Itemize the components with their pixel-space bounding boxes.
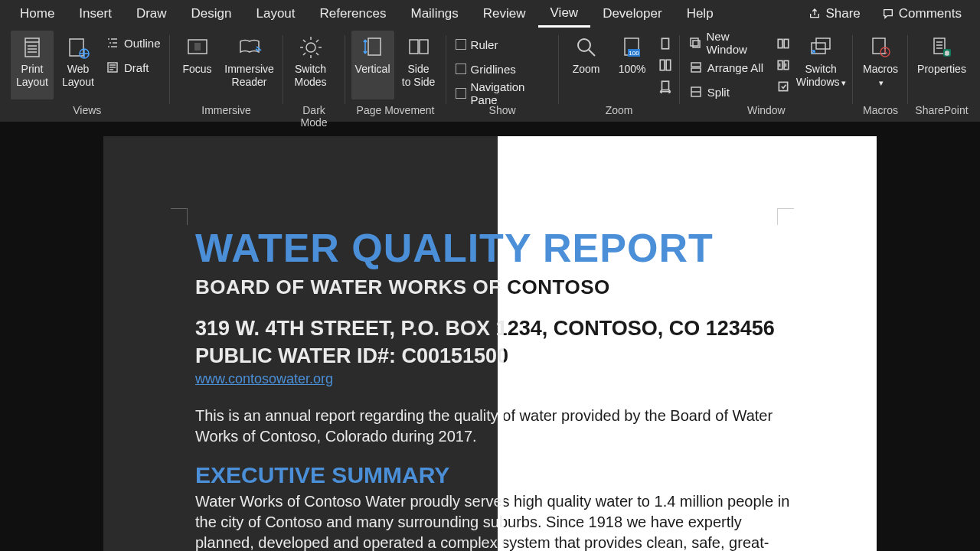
immersive-reader-button[interactable]: Immersive Reader (222, 31, 277, 99)
tab-design[interactable]: Design (179, 0, 244, 28)
new-window-icon (689, 36, 702, 50)
group-darkmode: Switch Modes Dark Mode (283, 31, 345, 121)
svg-rect-34 (816, 38, 830, 49)
margin-marker (777, 208, 794, 225)
gridlines-checkbox[interactable]: Gridlines (452, 58, 553, 80)
margin-marker (171, 208, 188, 225)
properties-icon: S (928, 34, 956, 61)
focus-icon (184, 34, 211, 61)
svg-rect-29 (784, 39, 789, 47)
group-label-window: Window (686, 104, 847, 121)
svg-rect-11 (368, 38, 381, 55)
split-button[interactable]: Split (686, 81, 773, 103)
share-icon (808, 8, 821, 20)
group-pagemovement: Vertical Side to Side Page Movement (345, 31, 446, 121)
new-window-button[interactable]: New Window (686, 32, 773, 54)
tab-mailings[interactable]: Mailings (398, 0, 470, 28)
svg-rect-25 (691, 68, 701, 72)
tab-insert[interactable]: Insert (67, 0, 124, 28)
svg-rect-22 (691, 38, 698, 46)
group-label-immersive: Immersive (176, 104, 277, 121)
vertical-button[interactable]: Vertical (351, 31, 394, 99)
ribbon: Print Layout Web Layout Outline Draft Vi… (0, 28, 980, 122)
tab-layout[interactable]: Layout (243, 0, 307, 28)
zoom-100-icon: 100 (619, 34, 646, 61)
group-views: Print Layout Web Layout Outline Draft Vi… (5, 31, 170, 121)
comments-button[interactable]: Comments (871, 0, 972, 28)
reset-window-button[interactable] (775, 78, 792, 95)
multi-page-button[interactable] (657, 57, 674, 73)
group-label-darkmode: Dark Mode (289, 104, 339, 121)
svg-rect-13 (420, 40, 428, 54)
svg-rect-12 (410, 40, 418, 54)
tab-review[interactable]: Review (471, 0, 538, 28)
vertical-page-icon (359, 34, 387, 61)
group-label-pagemovement: Page Movement (351, 104, 440, 121)
svg-rect-35 (873, 38, 885, 54)
view-side-by-side-button[interactable] (775, 35, 792, 52)
svg-rect-24 (691, 63, 701, 67)
svg-point-10 (306, 43, 315, 52)
macros-icon (867, 34, 894, 61)
group-label-zoom: Zoom (565, 104, 674, 121)
draft-button[interactable]: Draft (103, 57, 164, 78)
checkbox-icon (456, 39, 466, 50)
document-canvas[interactable]: WATER QUALITY REPORT BOARD OF WATER WORK… (0, 122, 980, 551)
one-page-button[interactable] (657, 35, 674, 52)
svg-rect-32 (779, 82, 788, 90)
magnifier-icon (573, 34, 600, 61)
svg-rect-28 (778, 39, 782, 47)
svg-text:100: 100 (629, 50, 639, 57)
ribbon-tabs: Home Insert Draw Design Layout Reference… (0, 0, 980, 28)
tab-developer[interactable]: Developer (590, 0, 675, 28)
focus-button[interactable]: Focus (176, 31, 219, 99)
tab-draw[interactable]: Draw (124, 0, 179, 28)
zoom-100-button[interactable]: 100 100% (611, 31, 654, 99)
group-zoom: Zoom 100 100% Zoom (559, 31, 680, 121)
share-button[interactable]: Share (798, 0, 871, 28)
tab-home[interactable]: Home (8, 0, 67, 28)
chevron-down-icon: ▾ (841, 78, 846, 87)
svg-rect-21 (662, 81, 668, 90)
svg-rect-20 (666, 60, 671, 70)
tab-references[interactable]: References (308, 0, 399, 28)
outline-button[interactable]: Outline (103, 32, 164, 54)
outline-icon (106, 36, 119, 50)
page-width-button[interactable] (657, 78, 674, 95)
switch-windows-icon (807, 34, 835, 61)
group-immersive: Focus Immersive Reader Immersive (170, 31, 283, 121)
group-window: New Window Arrange All Split (680, 31, 853, 121)
web-layout-button[interactable]: Web Layout (57, 31, 100, 99)
svg-rect-9 (194, 43, 201, 51)
group-label-show: Show (452, 104, 553, 121)
switch-windows-button[interactable]: Switch Windows▾ (795, 31, 847, 99)
svg-rect-19 (660, 60, 665, 70)
group-label-views: Views (11, 104, 164, 121)
ruler-checkbox[interactable]: Ruler (452, 34, 553, 55)
svg-text:S: S (945, 50, 949, 57)
macros-button[interactable]: Macros▾ (859, 31, 902, 99)
svg-rect-18 (662, 38, 668, 49)
zoom-button[interactable]: Zoom (565, 31, 608, 99)
switch-modes-button[interactable]: Switch Modes (289, 31, 332, 99)
properties-button[interactable]: S Properties (914, 31, 969, 99)
checkbox-icon (456, 64, 466, 74)
print-layout-icon (18, 34, 46, 61)
svg-rect-37 (934, 38, 945, 54)
sync-scroll-button[interactable] (775, 57, 792, 73)
side-to-side-button[interactable]: Side to Side (397, 31, 440, 99)
navigation-pane-checkbox[interactable]: Navigation Pane (452, 83, 553, 104)
document-page[interactable]: WATER QUALITY REPORT BOARD OF WATER WORK… (103, 136, 877, 551)
group-macros: Macros▾ Macros (853, 31, 908, 121)
comment-icon (882, 8, 894, 20)
tab-view[interactable]: View (538, 0, 591, 28)
doc-link[interactable]: www.contosowater.org (195, 371, 333, 387)
print-layout-button[interactable]: Print Layout (11, 31, 54, 99)
draft-icon (106, 60, 119, 74)
arrange-all-button[interactable]: Arrange All (686, 57, 773, 78)
group-label-sharepoint: SharePoint (914, 104, 969, 121)
tab-help[interactable]: Help (675, 0, 726, 28)
web-layout-icon (64, 34, 92, 61)
immersive-reader-icon (236, 34, 263, 61)
svg-rect-0 (25, 38, 39, 57)
